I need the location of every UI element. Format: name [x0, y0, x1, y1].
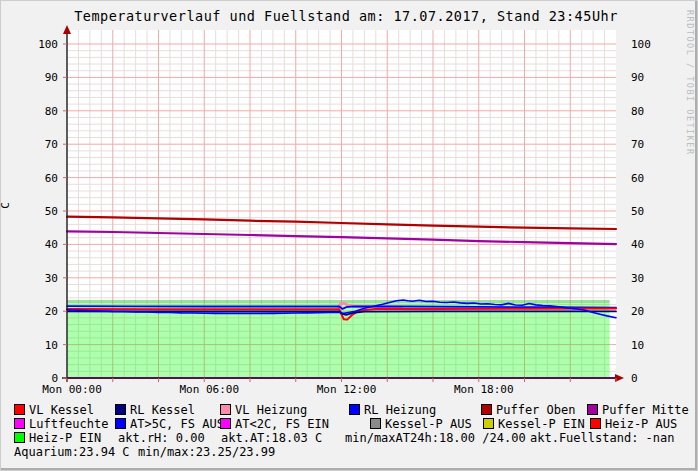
legend-item-luftfeuchte: Luftfeuchte [14, 418, 108, 431]
legend-swatch-kessel-p-aus [370, 418, 381, 429]
legend-item-rl-kessel: RL Kessel [115, 404, 195, 417]
y-tick-label-right: 100 [631, 38, 651, 51]
x-tick-label: Mon 18:00 [454, 383, 514, 396]
status-minmax-at24h: min/maxAT24h:18.00 /24.00 [345, 432, 526, 445]
y-tick-label-left: 100 [38, 38, 58, 51]
legend-item-vl-kessel: VL Kessel [14, 404, 94, 417]
legend-item-heiz-p-ein: Heiz-P EIN [14, 432, 101, 445]
legend-item-kessel-p-aus: Kessel-P AUS [370, 418, 472, 431]
legend-swatch-vl-heizung [220, 404, 231, 415]
legend-swatch-kessel-p-ein [483, 418, 494, 429]
legend-swatch-heiz-p-ein [14, 432, 25, 443]
y-tick-label-left: 30 [45, 272, 58, 285]
legend-item-at-lt2c: AT<2C, FS EIN [220, 418, 329, 431]
y-tick-label-right: 60 [631, 172, 644, 185]
y-tick-label-left: 20 [45, 305, 58, 318]
y-tick-label-right: 90 [631, 71, 644, 84]
legend-label: Heiz-P EIN [29, 431, 101, 445]
legend-swatch-puffer-oben [481, 404, 492, 415]
rrdtool-watermark: RRDTOOL / TOBI OETIKER [685, 10, 695, 156]
legend-swatch-rl-heizung [349, 404, 360, 415]
status-text: akt.rH: 0.00 [118, 431, 205, 445]
y-tick-label-right: 80 [631, 105, 644, 118]
status-text: min/maxAT24h:18.00 /24.00 [345, 431, 526, 445]
area-kessel-p-aus [67, 300, 610, 303]
legend-label: VL Kessel [29, 403, 94, 417]
legend-item-at-gt5c: AT>5C, FS AUS [115, 418, 224, 431]
y-tick-label-right: 10 [631, 339, 644, 352]
status-text: Aquarium:23.94 C [14, 445, 130, 459]
y-tick-label-right: 20 [631, 305, 644, 318]
legend-swatch-at-gt5c [115, 418, 126, 429]
y-tick-label-left: 70 [45, 138, 58, 151]
rrd-graph-window: Temperaturverlauf und Fuellstand am: 17.… [0, 0, 698, 471]
status-aquarium-minmax: min/max:23.25/23.99 [138, 446, 275, 459]
y-axis-arrow [63, 25, 71, 34]
legend-label: AT<2C, FS EIN [235, 417, 329, 431]
legend-item-puffer-oben: Puffer Oben [481, 404, 575, 417]
legend-item-heiz-p-aus: Heiz-P AUS [590, 418, 677, 431]
status-akt-rh: akt.rH: 0.00 [118, 432, 205, 445]
legend-swatch-rl-kessel [115, 404, 126, 415]
y-tick-label-right: 70 [631, 138, 644, 151]
legend-label: RL Heizung [364, 403, 436, 417]
status-aquarium: Aquarium:23.94 C [14, 446, 130, 459]
y-tick-label-right: 0 [631, 372, 638, 385]
legend-label: RL Kessel [130, 403, 195, 417]
legend-label: Luftfeuchte [29, 417, 108, 431]
legend-swatch-luftfeuchte [14, 418, 25, 429]
legend-item-kessel-p-ein: Kessel-P EIN [483, 418, 585, 431]
y-tick-label-right: 50 [631, 205, 644, 218]
x-tick-label: Mon 00:00 [42, 383, 102, 396]
legend-label: Heiz-P AUS [605, 417, 677, 431]
legend-label: Puffer Oben [496, 403, 575, 417]
y-tick-label-left: 40 [45, 238, 58, 251]
y-tick-label-right: 30 [631, 272, 644, 285]
y-tick-label-left: 80 [45, 105, 58, 118]
y-tick-label-left: 50 [45, 205, 58, 218]
legend-swatch-vl-kessel [14, 404, 25, 415]
legend-label: Puffer Mitte [602, 403, 689, 417]
legend-label: VL Heizung [235, 403, 307, 417]
legend-item-puffer-mitte: Puffer Mitte [587, 404, 689, 417]
legend-swatch-at-lt2c [220, 418, 231, 429]
x-tick-label: Mon 06:00 [179, 383, 239, 396]
status-text: akt.Fuellstand: -nan [530, 431, 675, 445]
status-text: min/max:23.25/23.99 [138, 445, 275, 459]
legend-label: AT>5C, FS AUS [130, 417, 224, 431]
status-text: akt.AT:18.03 C [221, 431, 322, 445]
legend-label: Kessel-P AUS [385, 417, 472, 431]
y-tick-label-left: 90 [45, 71, 58, 84]
legend-item-vl-heizung: VL Heizung [220, 404, 307, 417]
legend-item-rl-heizung: RL Heizung [349, 404, 436, 417]
y-tick-label-left: 60 [45, 172, 58, 185]
status-akt-at: akt.AT:18.03 C [221, 432, 322, 445]
legend-swatch-puffer-mitte [587, 404, 598, 415]
chart-canvas: 0010102020303040405050606070708080909010… [0, 0, 698, 400]
status-akt-fuellstand: akt.Fuellstand: -nan [530, 432, 675, 445]
x-tick-label: Mon 12:00 [317, 383, 377, 396]
y-tick-label-right: 40 [631, 238, 644, 251]
legend-label: Kessel-P EIN [498, 417, 585, 431]
y-tick-label-left: 10 [45, 339, 58, 352]
legend-swatch-heiz-p-aus [590, 418, 601, 429]
